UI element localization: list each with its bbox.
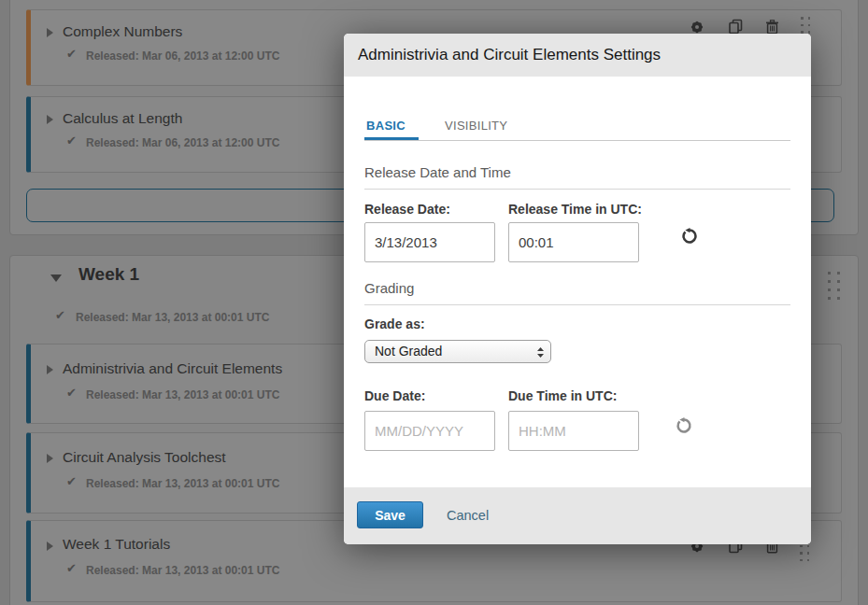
due-date-input[interactable] — [364, 411, 495, 451]
reset-icon[interactable] — [675, 416, 693, 435]
divider — [364, 189, 790, 190]
grading-section-heading: Grading — [364, 280, 414, 296]
grade-as-label: Grade as: — [364, 317, 425, 331]
release-time-input[interactable] — [508, 222, 639, 262]
release-date-input[interactable] — [364, 222, 495, 262]
due-date-label: Due Date: — [364, 388, 425, 403]
tab-basic[interactable]: BASIC — [366, 119, 406, 133]
release-time-label: Release Time in UTC: — [508, 202, 642, 217]
subsection-settings-modal: Administrivia and Circuit Elements Setti… — [344, 34, 811, 544]
release-date-label: Release Date: — [364, 202, 450, 217]
reset-icon[interactable] — [680, 227, 699, 246]
divider — [364, 304, 790, 305]
grade-as-select[interactable]: Not Graded — [364, 340, 551, 363]
due-time-label: Due Time in UTC: — [508, 388, 617, 403]
select-arrows-icon — [536, 345, 545, 362]
modal-title: Administrivia and Circuit Elements Setti… — [358, 34, 661, 77]
modal-header: Administrivia and Circuit Elements Setti… — [344, 34, 811, 77]
cancel-link[interactable]: Cancel — [447, 487, 489, 544]
release-section-heading: Release Date and Time — [364, 164, 511, 180]
modal-footer: Save Cancel — [344, 487, 811, 544]
tabs-divider — [364, 140, 790, 141]
due-time-input[interactable] — [508, 411, 639, 451]
grade-as-selected-value: Not Graded — [375, 341, 442, 362]
save-button[interactable]: Save — [357, 501, 423, 528]
tab-visibility[interactable]: VISIBILITY — [445, 119, 507, 133]
course-outline-page: Complex Numbers ✔ Released: Mar 06, 2013… — [0, 0, 868, 605]
